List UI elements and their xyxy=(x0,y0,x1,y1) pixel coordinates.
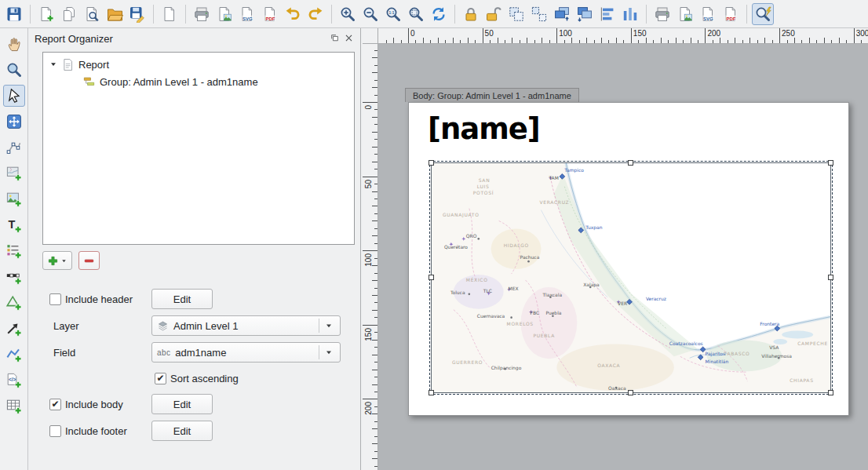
unlock-items-button[interactable] xyxy=(483,3,505,25)
ruler-tick xyxy=(646,38,647,43)
ruler-tick xyxy=(372,340,377,341)
add-picture-button[interactable] xyxy=(3,188,25,210)
magnifier-settings-tool-button[interactable] xyxy=(752,3,774,25)
add-node-item-button[interactable] xyxy=(3,344,25,366)
save-as-template-button[interactable] xyxy=(126,3,148,25)
include-body-checkbox[interactable]: ✔ xyxy=(49,399,61,410)
export-as-pdf-button[interactable]: PDF xyxy=(259,3,281,25)
add-items-from-template-button[interactable] xyxy=(159,3,181,25)
add-legend-button[interactable] xyxy=(3,240,25,262)
handle-nw[interactable] xyxy=(429,160,434,166)
ruler-tick xyxy=(527,38,527,43)
distribute-items-button[interactable] xyxy=(619,3,641,25)
export-as-image-button[interactable] xyxy=(213,3,235,25)
add-map-button[interactable] xyxy=(3,162,25,184)
add-arrow-button[interactable] xyxy=(3,318,25,340)
save-project-button[interactable] xyxy=(3,3,25,25)
tree-item-group[interactable]: Group: Admin Level 1 - adm1name xyxy=(43,73,354,90)
ruler-label: 100 xyxy=(559,29,572,38)
remove-section-button[interactable] xyxy=(78,251,100,270)
include-header-checkbox[interactable] xyxy=(49,293,61,305)
new-layout-icon xyxy=(38,5,55,23)
handle-w[interactable] xyxy=(429,275,434,280)
ruler-tick xyxy=(374,421,377,422)
ruler-vertical: 050100150200 xyxy=(363,44,378,470)
footer-edit-button[interactable]: Edit xyxy=(151,421,213,441)
export-report-svg-icon: SVG xyxy=(699,5,717,23)
close-panel-button[interactable] xyxy=(344,33,354,43)
handle-ne[interactable] xyxy=(828,160,833,166)
zoom-full-button[interactable] xyxy=(405,3,427,25)
map-item[interactable]: SANLUISPOTOSÍGUANAJUATOVERACRUZHIDALGOMÉ… xyxy=(431,162,831,393)
pan-tool-button[interactable] xyxy=(3,33,25,55)
export-report-pdf-button[interactable]: PDF xyxy=(720,3,742,25)
duplicate-layout-button[interactable] xyxy=(58,3,80,25)
handle-n[interactable] xyxy=(628,160,633,166)
print-layout-button[interactable] xyxy=(191,3,213,25)
ruler-tick xyxy=(363,325,377,326)
float-panel-button[interactable] xyxy=(330,33,340,43)
edit-nodes-tool-button[interactable] xyxy=(3,137,25,158)
new-layout-button[interactable] xyxy=(35,3,57,25)
add-html-button[interactable]: </> xyxy=(3,370,25,392)
map-label: Frontera xyxy=(760,321,779,326)
ruler-horizontal: 050100150200250300 xyxy=(378,28,868,44)
map-label: QRO xyxy=(466,233,477,239)
print-report-button[interactable] xyxy=(651,3,673,25)
ruler-tick xyxy=(520,40,520,43)
report-tree[interactable]: Report Group: Admin Level 1 - adm1name xyxy=(42,52,355,245)
lock-items-button[interactable] xyxy=(460,3,482,25)
minus-icon xyxy=(83,255,95,267)
expander-icon[interactable] xyxy=(49,60,57,68)
handle-se[interactable] xyxy=(828,390,833,395)
add-section-button[interactable] xyxy=(42,251,72,270)
layout-manager-button[interactable] xyxy=(81,3,103,25)
handle-e[interactable] xyxy=(828,275,833,280)
move-item-content-tool-button[interactable] xyxy=(3,111,25,133)
export-report-pdf-icon: PDF xyxy=(722,5,739,23)
add-html-icon: </> xyxy=(5,372,23,389)
add-scalebar-button[interactable] xyxy=(3,266,25,288)
toolbar-separator xyxy=(646,5,647,24)
ruler-tick xyxy=(490,40,491,43)
zoom-in-button[interactable] xyxy=(337,3,359,25)
edit-nodes-tool-icon xyxy=(5,139,23,156)
zoom-out-button[interactable] xyxy=(359,3,381,25)
handle-s[interactable] xyxy=(628,390,633,395)
redo-button[interactable] xyxy=(305,3,326,25)
export-as-svg-button[interactable]: SVG xyxy=(236,3,258,25)
body-edit-button[interactable]: Edit xyxy=(151,394,213,414)
ruler-tick xyxy=(638,40,639,43)
ungroup-items-button[interactable] xyxy=(528,3,550,25)
header-edit-button[interactable]: Edit xyxy=(151,289,213,309)
lower-items-button[interactable] xyxy=(574,3,596,25)
include-footer-checkbox[interactable] xyxy=(49,425,61,437)
export-report-svg-button[interactable]: SVG xyxy=(697,3,719,25)
undo-button[interactable] xyxy=(282,3,304,25)
align-items-button[interactable] xyxy=(596,3,618,25)
export-report-image-button[interactable] xyxy=(674,3,696,25)
add-label-button[interactable]: T xyxy=(3,214,25,236)
ruler-tick xyxy=(594,40,595,43)
ruler-label: 200 xyxy=(707,29,720,38)
add-shape-button[interactable] xyxy=(3,292,25,314)
layer-combobox[interactable]: Admin Level 1 xyxy=(151,315,341,336)
layout-canvas[interactable]: Body: Group: Admin Level 1 - adm1name [n… xyxy=(378,44,868,470)
ruler-tick xyxy=(735,38,735,43)
raise-items-button[interactable] xyxy=(551,3,573,25)
select-move-item-tool-button[interactable] xyxy=(3,85,25,107)
handle-sw[interactable] xyxy=(429,390,434,395)
load-from-template-button[interactable] xyxy=(104,3,126,25)
add-attribute-table-button[interactable] xyxy=(3,395,25,417)
map-label: Veracruz xyxy=(646,296,666,301)
include-body-label: Include body xyxy=(65,399,123,410)
name-label-item[interactable]: [name] xyxy=(428,112,540,146)
group-items-button[interactable] xyxy=(505,3,527,25)
tree-item-report[interactable]: Report xyxy=(43,56,354,73)
zoom-actual-button[interactable]: 1:1 xyxy=(382,3,404,25)
field-combobox[interactable]: abc adm1name xyxy=(151,342,341,363)
sort-ascending-checkbox[interactable]: ✔ xyxy=(155,373,166,384)
refresh-view-button[interactable] xyxy=(428,3,450,25)
ruler-tick xyxy=(809,38,810,43)
zoom-tool-button[interactable] xyxy=(3,59,25,81)
